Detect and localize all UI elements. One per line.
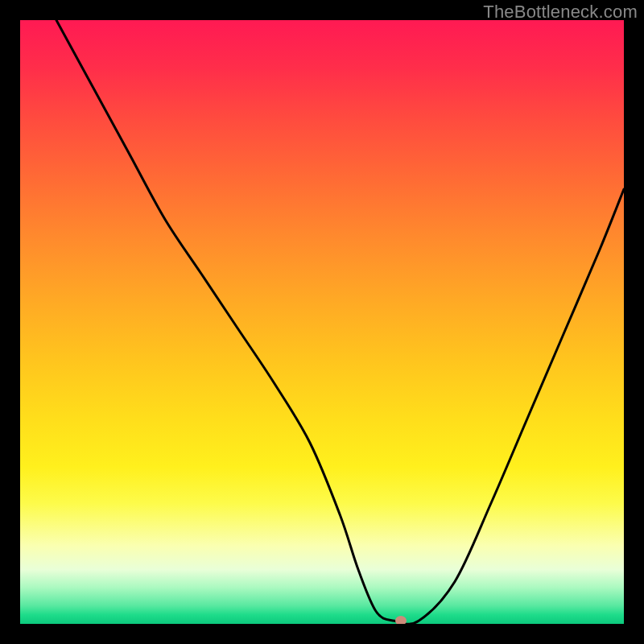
optimal-point-marker [395, 616, 407, 624]
plot-area [20, 20, 624, 624]
bottleneck-curve [56, 20, 624, 624]
chart-container: TheBottleneck.com [0, 0, 644, 644]
watermark-text: TheBottleneck.com [483, 2, 638, 23]
curve-svg [20, 20, 624, 624]
